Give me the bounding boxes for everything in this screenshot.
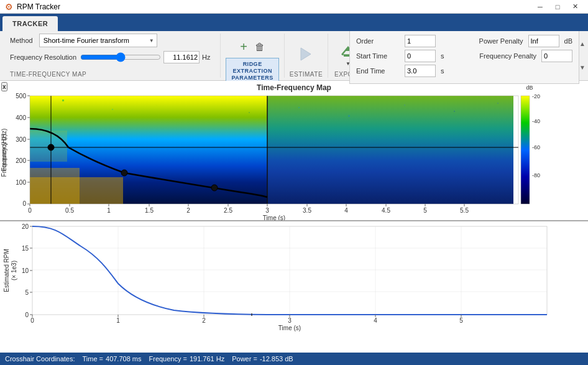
end-time-input[interactable] bbox=[405, 65, 436, 77]
power-penalty-input[interactable] bbox=[528, 35, 559, 47]
start-time-unit: s bbox=[441, 52, 444, 60]
method-label: Method bbox=[10, 37, 33, 44]
svg-rect-7 bbox=[112, 109, 113, 110]
svg-text:3.5: 3.5 bbox=[303, 207, 311, 214]
ridge-point-2[interactable] bbox=[121, 170, 127, 176]
plots-container: x Time-Frequency Map Frequency (Hz) bbox=[0, 81, 588, 353]
status-text: Crosshair Coordinates: bbox=[5, 355, 75, 363]
order-input[interactable] bbox=[405, 35, 436, 47]
status-bar: Crosshair Coordinates: Time = 407.708 ms… bbox=[0, 353, 588, 365]
svg-rect-9 bbox=[199, 118, 200, 119]
status-freq-label: Frequency = bbox=[149, 355, 187, 363]
svg-rect-15 bbox=[497, 103, 498, 104]
freq-penalty-label: Frequency Penalty bbox=[479, 52, 536, 60]
svg-text:0.5: 0.5 bbox=[65, 207, 74, 214]
svg-text:5.5: 5.5 bbox=[460, 207, 469, 214]
estimate-label: Estimate bbox=[290, 71, 323, 78]
svg-text:-60: -60 bbox=[532, 144, 540, 150]
svg-text:-20: -20 bbox=[532, 93, 540, 99]
plot-close-button[interactable]: x bbox=[1, 82, 7, 91]
rpm-plot-panel: 0 5 10 15 20 0 1 2 3 4 5 Time (s) bbox=[0, 221, 588, 353]
svg-text:20: 20 bbox=[22, 223, 29, 230]
status-time-label: Time = bbox=[83, 355, 104, 363]
app-title: RPM Tracker bbox=[17, 2, 60, 11]
svg-rect-11 bbox=[298, 107, 300, 108]
estimate-icon bbox=[297, 45, 315, 63]
heatmap-right2 bbox=[267, 96, 513, 204]
tab-tracker[interactable]: TRACKER bbox=[2, 16, 58, 31]
maximize-button[interactable]: □ bbox=[549, 1, 566, 12]
svg-text:1: 1 bbox=[116, 317, 120, 324]
app-icon: ⚙ bbox=[5, 2, 13, 12]
params-panel: Order Power Penalty dB Start Time s Freq… bbox=[349, 31, 579, 84]
svg-text:-40: -40 bbox=[532, 118, 540, 124]
svg-text:Frequency (Hz): Frequency (Hz) bbox=[1, 129, 7, 172]
svg-text:3: 3 bbox=[288, 317, 292, 324]
method-select[interactable]: Short-time Fourier transform bbox=[39, 34, 157, 47]
svg-text:(× 1e3): (× 1e3) bbox=[11, 261, 17, 280]
svg-text:1.5: 1.5 bbox=[145, 207, 154, 214]
freq-resolution-slider[interactable] bbox=[80, 52, 161, 62]
status-power-label: Power = bbox=[232, 355, 257, 363]
freq-map-svg: Frequency (Hz) bbox=[0, 81, 588, 220]
svg-rect-10 bbox=[249, 112, 250, 113]
delete-ridge-button[interactable]: 🗑 bbox=[252, 39, 267, 55]
minimize-button[interactable]: ─ bbox=[532, 1, 548, 12]
svg-text:Estimated RPM: Estimated RPM bbox=[3, 249, 10, 292]
svg-rect-13 bbox=[404, 104, 405, 106]
svg-text:dB: dB bbox=[526, 85, 533, 91]
svg-text:0: 0 bbox=[30, 317, 34, 324]
end-time-unit: s bbox=[441, 67, 444, 75]
collapse-down-button[interactable]: ▼ bbox=[578, 63, 587, 72]
svg-text:15: 15 bbox=[22, 245, 29, 252]
svg-text:0: 0 bbox=[25, 312, 29, 318]
svg-text:2: 2 bbox=[186, 207, 190, 214]
svg-rect-12 bbox=[348, 115, 350, 117]
method-select-wrapper[interactable]: Short-time Fourier transform bbox=[39, 34, 157, 47]
window-controls: ─ □ ✕ bbox=[532, 1, 583, 12]
svg-text:200: 200 bbox=[16, 157, 26, 164]
svg-text:-80: -80 bbox=[532, 172, 540, 178]
ribbon-toolbar: Method Short-time Fourier transform Freq… bbox=[0, 31, 588, 81]
svg-text:4.5: 4.5 bbox=[382, 207, 390, 214]
freq-map-panel: Time-Frequency Map Frequency (Hz) bbox=[0, 81, 588, 221]
svg-text:5: 5 bbox=[423, 207, 427, 214]
power-penalty-unit: dB bbox=[564, 37, 572, 45]
ridge-point-3[interactable] bbox=[211, 185, 218, 191]
svg-text:0: 0 bbox=[28, 207, 32, 214]
svg-text:300: 300 bbox=[16, 136, 26, 143]
svg-text:0: 0 bbox=[22, 200, 26, 207]
start-time-label: Start Time bbox=[356, 52, 400, 60]
power-penalty-label: Power Penalty bbox=[479, 37, 523, 45]
estimate-button[interactable] bbox=[291, 37, 321, 71]
svg-rect-8 bbox=[155, 104, 157, 106]
rpm-plot-svg: 0 5 10 15 20 0 1 2 3 4 5 Time (s) bbox=[0, 221, 588, 353]
svg-rect-14 bbox=[454, 111, 455, 112]
freq-penalty-input[interactable] bbox=[541, 50, 572, 62]
svg-rect-6 bbox=[62, 99, 64, 101]
svg-text:3: 3 bbox=[265, 207, 269, 214]
section-time-freq-label: TIME-FREQUENCY MAP bbox=[10, 70, 86, 78]
add-ridge-button[interactable]: + bbox=[237, 39, 250, 55]
svg-rect-4 bbox=[30, 168, 80, 204]
svg-text:5: 5 bbox=[25, 289, 29, 296]
title-bar: ⚙ RPM Tracker ─ □ ✕ bbox=[0, 0, 588, 14]
svg-text:500: 500 bbox=[16, 93, 26, 99]
start-time-input[interactable] bbox=[405, 50, 436, 62]
svg-text:2: 2 bbox=[202, 317, 206, 324]
ridge-point-1[interactable] bbox=[48, 144, 54, 150]
freq-unit: Hz bbox=[202, 53, 210, 61]
status-time-value: 407.708 ms bbox=[106, 355, 141, 363]
freq-resolution-label: Frequency Resolution bbox=[10, 53, 76, 61]
svg-text:2.5: 2.5 bbox=[224, 207, 232, 214]
svg-text:1: 1 bbox=[107, 207, 111, 214]
svg-text:4: 4 bbox=[344, 207, 348, 214]
svg-text:10: 10 bbox=[22, 267, 29, 274]
status-power-value: -12.853 dB bbox=[260, 355, 293, 363]
svg-text:100: 100 bbox=[16, 179, 26, 186]
status-freq-value: 191.761 Hz bbox=[190, 355, 224, 363]
svg-text:4: 4 bbox=[374, 317, 377, 324]
order-label: Order bbox=[356, 37, 400, 45]
collapse-up-button[interactable]: ▲ bbox=[578, 40, 587, 49]
close-button[interactable]: ✕ bbox=[567, 1, 583, 12]
